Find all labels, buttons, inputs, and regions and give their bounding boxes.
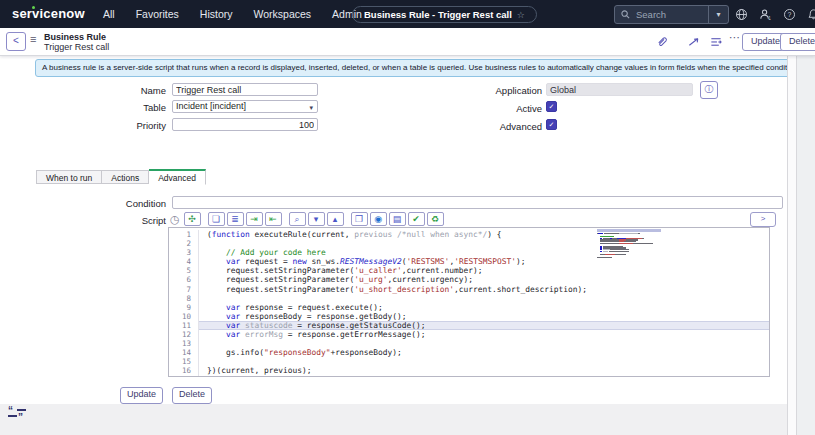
validate-button[interactable]: ✔ xyxy=(408,212,425,226)
code-token: ,current.number); xyxy=(402,266,483,275)
script-editor-toolbar: ◷ ✣❏≣⇥⇤⌕▾▴❐◉▤✔♻ xyxy=(170,212,446,226)
code-line-15[interactable] xyxy=(199,357,769,366)
code-token: gs.info( xyxy=(207,348,264,357)
script-code-editor[interactable]: 12345678910111213141516 (function execut… xyxy=(168,227,770,377)
code-token: +responseBody); xyxy=(331,348,402,357)
search-button[interactable]: ⌕ xyxy=(289,212,306,226)
line-number: 3 xyxy=(169,248,191,257)
comment-code-button[interactable]: ❏ xyxy=(208,212,225,226)
banner-text: A business rule is a server-side script … xyxy=(42,63,791,72)
delete-button-footer[interactable]: Delete xyxy=(172,387,212,404)
code-token: 'u_short_description' xyxy=(354,285,454,294)
favorite-star-icon[interactable]: ☆ xyxy=(517,10,525,20)
code-line-6[interactable]: request.setStringParameter('u_urg',curre… xyxy=(199,275,769,284)
condition-input[interactable] xyxy=(172,196,783,209)
advanced-checkbox[interactable]: ✓ xyxy=(546,119,557,130)
delete-button-header[interactable]: Delete xyxy=(780,33,815,51)
refresh-button[interactable]: ♻ xyxy=(427,212,444,226)
uncomment-code-button[interactable]: ≣ xyxy=(227,212,244,226)
find-previous-button[interactable]: ▴ xyxy=(327,212,344,226)
nav-item-all[interactable]: All xyxy=(103,8,115,20)
caret-down-icon: ▾ xyxy=(309,102,313,113)
code-token: request.setStringParameter( xyxy=(207,266,354,275)
format-code-button[interactable]: ✣ xyxy=(184,212,201,226)
name-input[interactable] xyxy=(172,83,318,96)
tab-actions[interactable]: Actions xyxy=(102,170,149,184)
notifications-bell-icon[interactable] xyxy=(806,7,815,22)
indent-right-button[interactable]: ⇥ xyxy=(246,212,263,226)
clock-icon[interactable]: ◷ xyxy=(170,213,180,226)
code-line-2[interactable] xyxy=(199,239,769,248)
table-select[interactable]: Incident [incident] ▾ xyxy=(172,100,318,113)
line-number: 15 xyxy=(169,357,191,366)
svg-text:1: 1 xyxy=(768,16,771,21)
code-token: ,current.short_description); xyxy=(454,285,587,294)
save-script-button[interactable]: ▤ xyxy=(389,212,406,226)
advanced-label: Advanced xyxy=(420,121,542,132)
syntax-check-button[interactable]: ◉ xyxy=(370,212,387,226)
form-context-menu-icon[interactable]: ≡ xyxy=(30,33,36,45)
minimap-viewport[interactable] xyxy=(597,229,661,232)
response-time-icon[interactable]: “ ” xyxy=(8,407,28,421)
find-next-button[interactable]: ▾ xyxy=(308,212,325,226)
code-token xyxy=(207,303,226,312)
nav-item-workspaces[interactable]: Workspaces xyxy=(254,8,312,20)
code-token xyxy=(207,321,226,330)
code-token: "responseBody" xyxy=(264,348,331,357)
sandbox-globe-icon[interactable] xyxy=(734,7,749,22)
activity-stream-icon[interactable] xyxy=(709,35,723,48)
name-label: Name xyxy=(40,85,166,96)
servicenow-logo[interactable]: servicenow xyxy=(12,6,85,21)
expand-script-button[interactable]: > xyxy=(750,212,776,227)
code-token: var xyxy=(226,303,240,312)
code-line-9[interactable]: var response = request.execute(); xyxy=(199,303,769,312)
search-scope-dropdown[interactable]: ▾ xyxy=(708,6,728,23)
code-minimap[interactable] xyxy=(597,229,661,259)
tab-when-to-run[interactable]: When to run xyxy=(36,170,102,184)
line-number: 13 xyxy=(169,339,191,348)
context-pill-business-rule[interactable]: Business Rule - Trigger Rest call ☆ xyxy=(352,6,537,23)
impersonate-user-icon[interactable]: 1 xyxy=(758,7,773,22)
search-input[interactable] xyxy=(634,8,708,21)
line-number: 12 xyxy=(169,330,191,339)
table-label: Table xyxy=(40,102,166,113)
code-line-7[interactable]: request.setStringParameter('u_short_desc… xyxy=(199,285,769,294)
code-line-12[interactable]: var errorMsg = response.getErrorMessage(… xyxy=(199,330,769,339)
fullscreen-button[interactable]: ❐ xyxy=(351,212,368,226)
code-line-10[interactable]: var responseBody = response.getBody(); xyxy=(199,312,769,321)
code-line-13[interactable] xyxy=(199,339,769,348)
code-line-4[interactable]: var request = new sn_ws.RESTMessageV2('R… xyxy=(199,257,769,266)
follow-arrow-icon[interactable] xyxy=(687,35,701,48)
code-line-8[interactable] xyxy=(199,294,769,303)
code-line-11[interactable]: var statuscode = response.getStatusCode(… xyxy=(199,321,769,330)
vertical-scrollbar[interactable] xyxy=(787,55,797,435)
code-token: request = xyxy=(240,257,292,266)
code-line-5[interactable]: request.setStringParameter('u_caller',cu… xyxy=(199,266,769,275)
application-info-button[interactable]: ⓘ xyxy=(700,81,718,99)
line-number: 5 xyxy=(169,266,191,275)
nav-utility-icons: 1 ? xyxy=(734,0,815,28)
nav-item-favorites[interactable]: Favorites xyxy=(136,8,179,20)
priority-label: Priority xyxy=(40,120,166,131)
code-line-14[interactable]: gs.info("responseBody"+responseBody); xyxy=(199,348,769,357)
minimap-row xyxy=(597,243,661,244)
attachment-paperclip-icon[interactable] xyxy=(655,35,669,48)
priority-input[interactable] xyxy=(172,118,318,131)
code-line-3[interactable]: // Add your code here xyxy=(199,248,769,257)
help-icon[interactable]: ? xyxy=(782,7,797,22)
update-button-footer[interactable]: Update xyxy=(120,387,163,404)
tab-advanced[interactable]: Advanced xyxy=(149,169,206,185)
code-token xyxy=(207,312,226,321)
nav-item-history[interactable]: History xyxy=(200,8,233,20)
code-area[interactable]: (function executeRule(current, previous … xyxy=(199,230,769,376)
active-label: Active xyxy=(420,103,542,114)
back-button[interactable]: < xyxy=(6,32,26,51)
code-line-1[interactable]: (function executeRule(current, previous … xyxy=(199,230,769,239)
code-token: function xyxy=(212,230,250,239)
active-checkbox[interactable]: ✓ xyxy=(546,101,557,112)
code-line-16[interactable]: })(current, previous); xyxy=(199,366,769,375)
more-options-icon[interactable]: ⋯ xyxy=(729,31,740,44)
code-token: 'u_urg' xyxy=(354,275,387,284)
line-number: 1 xyxy=(169,230,191,239)
indent-left-button[interactable]: ⇤ xyxy=(265,212,282,226)
